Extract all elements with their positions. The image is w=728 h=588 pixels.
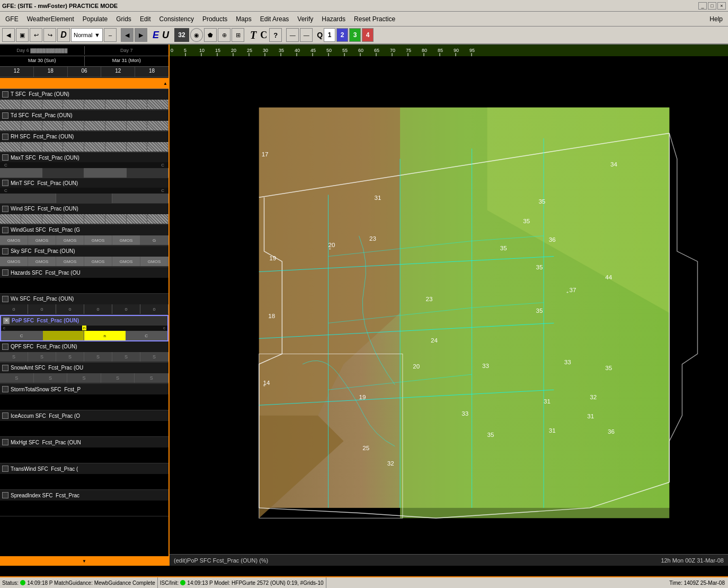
nav-right-button[interactable]: ▶: [135, 28, 147, 42]
hour-18: 18: [34, 67, 68, 77]
element-wind-sfc: Wind SFC Fcst_Prac (OUN): [0, 204, 168, 225]
hour-18b: 18: [135, 67, 168, 77]
date-mar30: Mar 30 (Sun): [0, 56, 85, 66]
svg-text:+: +: [329, 247, 331, 251]
menu-populate[interactable]: Populate: [78, 14, 112, 24]
element-sky-cb[interactable]: [2, 248, 8, 254]
menu-reset-practice[interactable]: Reset Practice: [350, 14, 399, 24]
menu-maps[interactable]: Maps: [232, 14, 255, 24]
toolbar-prev-button[interactable]: ◀: [2, 28, 15, 42]
close-button[interactable]: ×: [717, 2, 726, 10]
element-snowamt-sfc: SnowAmt SFC Fcst_Prac (OU S S S S S: [0, 363, 168, 384]
element-stormtotal-sfc: StormTotalSnow SFC Fcst_P: [0, 384, 168, 410]
menu-hazards[interactable]: Hazards: [317, 14, 350, 24]
element-mixhgt-cb[interactable]: [2, 439, 8, 445]
toolbar-grid-button[interactable]: ⊞: [232, 28, 244, 42]
svg-text:70: 70: [390, 48, 395, 53]
element-iceaccum-cb[interactable]: [2, 413, 8, 419]
menu-consistency[interactable]: Consistency: [155, 14, 198, 24]
svg-text:20: 20: [231, 48, 236, 53]
ruler-top: 0 5 10 15 20 25 30 35 40 45 50: [170, 45, 728, 56]
element-snowamt-cb[interactable]: [2, 365, 8, 371]
day7-label: Day 7: [85, 46, 169, 55]
svg-text:31: 31: [549, 427, 556, 434]
menu-help[interactable]: Help: [705, 14, 727, 24]
toolbar-e-letter: E: [152, 30, 160, 41]
svg-text:32: 32: [590, 393, 597, 400]
menu-products[interactable]: Products: [198, 14, 232, 24]
element-spreadindex-cb[interactable]: [2, 492, 8, 498]
svg-text:37: 37: [569, 286, 576, 293]
element-td-cb[interactable]: [2, 112, 8, 119]
map-area[interactable]: 0 5 10 15 20 25 30 35 40 45 50: [170, 45, 728, 566]
menu-grids[interactable]: Grids: [112, 14, 136, 24]
toolbar-dash2-button[interactable]: —: [300, 28, 313, 42]
svg-text:35: 35: [500, 244, 507, 251]
toolbar-num3-button[interactable]: 3: [349, 28, 361, 42]
toolbar-circle-button[interactable]: ◉: [190, 28, 203, 42]
element-t-cb[interactable]: [2, 91, 8, 98]
elements-list[interactable]: T SFC Fcst_Prac (OUN) Td SFC Fc: [0, 89, 168, 556]
element-qpf-sfc: QPF SFC Fcst_Prac (OUN) S S S S S S: [0, 341, 168, 363]
maximize-button[interactable]: □: [708, 2, 716, 10]
svg-text:80: 80: [422, 48, 427, 53]
toolbar-forward-button[interactable]: ↪: [43, 28, 56, 42]
scroll-indicator-bottom: ▼: [0, 556, 168, 566]
date-mar31: Mar 31 (Mon): [85, 56, 169, 66]
element-hazards-sfc: Hazards SFC Fcst_Prac (OU: [0, 267, 168, 294]
menu-gfe[interactable]: GFE: [1, 14, 23, 24]
menu-edit-areas[interactable]: Edit Areas: [256, 14, 294, 24]
svg-text:35: 35: [523, 217, 530, 224]
minimize-button[interactable]: _: [698, 2, 707, 10]
status2-label: ISC/Init:: [160, 580, 179, 586]
element-hazards-cb[interactable]: [2, 269, 8, 276]
map-canvas[interactable]: 17 34 31 35 35 36 20 23 35 19 35 44 37 1…: [170, 56, 728, 554]
map-status-bar: (edit)PoP SFC Fcst_Prac (OUN) (%) 12h Mo…: [170, 554, 728, 566]
svg-text:31: 31: [587, 413, 594, 419]
mode-dropdown[interactable]: Normal ▼: [71, 28, 103, 42]
element-maxt-cb[interactable]: [2, 154, 8, 161]
element-stormtotal-cb[interactable]: [2, 386, 8, 392]
element-mint-cb[interactable]: [2, 180, 8, 186]
toolbar-back-button[interactable]: ↩: [30, 28, 42, 42]
svg-text:35: 35: [487, 431, 494, 438]
element-wx-cb[interactable]: [2, 296, 8, 302]
element-pop-sfc: ✕ PoP SFC Fcst_Prac (OUN) c n c C n C: [0, 315, 168, 341]
element-pop-timeline: C n C: [1, 331, 167, 340]
svg-text:90: 90: [454, 48, 459, 53]
toolbar-poly-button[interactable]: ⬟: [204, 28, 217, 42]
element-qpf-timeline: S S S S S S: [0, 352, 168, 363]
minus-button[interactable]: –: [104, 28, 117, 42]
element-transwind-cb[interactable]: [2, 466, 8, 472]
window-controls[interactable]: _ □ ×: [698, 2, 726, 10]
element-rh-cb[interactable]: [2, 134, 8, 140]
element-wind-cb[interactable]: [2, 206, 8, 212]
svg-text:34: 34: [610, 161, 617, 168]
toolbar-question-button[interactable]: ?: [269, 28, 282, 42]
element-wind-timeline: [0, 214, 168, 225]
svg-text:35: 35: [538, 198, 545, 205]
svg-text:55: 55: [342, 48, 348, 53]
toolbar-num1-button[interactable]: 1: [324, 28, 335, 42]
menu-weather-element[interactable]: WeatherElement: [23, 14, 78, 24]
hour-12: 12: [0, 67, 34, 77]
svg-text:44: 44: [605, 274, 612, 280]
svg-text:5: 5: [184, 48, 187, 53]
element-spreadindex-sfc: SpreadIndex SFC Fcst_Prac: [0, 490, 168, 516]
toolbar-d-button[interactable]: D: [57, 28, 70, 42]
element-pop-cb[interactable]: ✕: [3, 318, 10, 324]
element-windgust-cb[interactable]: [2, 227, 8, 233]
element-qpf-cb[interactable]: [2, 344, 8, 350]
toolbar-dash1-button[interactable]: —: [286, 28, 299, 42]
menu-edit[interactable]: Edit: [136, 14, 155, 24]
svg-text:15: 15: [215, 48, 220, 53]
element-windgust-timeline: GMOS GMOS GMOS GMOS GMOS G: [0, 235, 168, 246]
toolbar-select-button[interactable]: ▣: [16, 28, 29, 42]
toolbar-num2-button[interactable]: 2: [336, 28, 348, 42]
svg-text:19: 19: [359, 393, 366, 400]
toolbar-globe-button[interactable]: ⊕: [218, 28, 230, 42]
nav-left-button[interactable]: ◀: [121, 28, 134, 42]
toolbar-num4-button[interactable]: 4: [362, 28, 374, 42]
status2-indicator: [180, 580, 185, 585]
menu-verify[interactable]: Verify: [293, 14, 317, 24]
